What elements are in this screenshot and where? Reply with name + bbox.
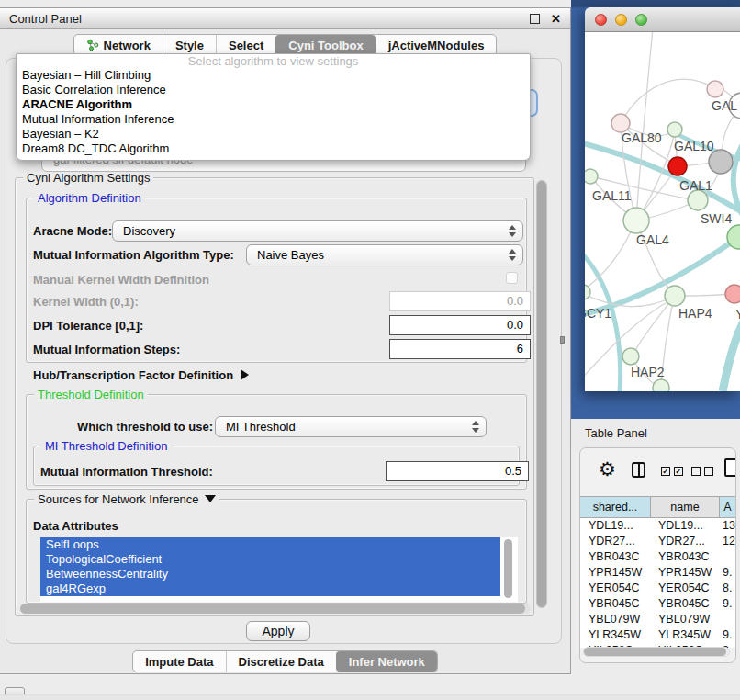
data-attribute-item[interactable]: SelfLoops: [40, 537, 500, 552]
table-cell: YBL079W: [580, 612, 651, 627]
hub-definition-expander[interactable]: Hub/Transcription Factor Definition: [33, 368, 249, 382]
network-node[interactable]: [725, 285, 740, 303]
data-attribute-item[interactable]: gal4RGexp: [40, 581, 500, 596]
table-row[interactable]: YBR043CYBR043C: [580, 549, 735, 565]
network-node[interactable]: [707, 81, 723, 97]
tab-label: Network: [104, 39, 151, 52]
threshold-definition-legend: Threshold Definition: [34, 388, 148, 401]
table-cell: 12: [720, 534, 735, 549]
table-horizontal-scrollbar[interactable]: [583, 647, 730, 657]
network-node[interactable]: [623, 208, 649, 233]
algorithm-dropdown-list: Select algorithm to view settings Bayesi…: [16, 53, 531, 161]
checked-box-icon: ✓: [674, 467, 683, 476]
close-panel-icon[interactable]: ✕: [551, 13, 561, 25]
tab-label: Impute Data: [145, 655, 213, 669]
table-row[interactable]: YDR27...YDR27...12: [580, 534, 735, 549]
mi-algorithm-type-combobox[interactable]: Naive Bayes: [246, 244, 523, 265]
control-panel-window: Control Panel ✕ NetworkStyleSelectCyni T…: [0, 7, 571, 674]
split-columns-icon[interactable]: [632, 462, 645, 478]
network-icon: [86, 39, 99, 51]
table-cell: YLR345W: [651, 627, 720, 643]
attributes-list-scrollbar[interactable]: [504, 539, 512, 598]
algorithm-option[interactable]: Bayesian – Hill Climbing: [17, 68, 530, 83]
node-label: GCY1: [585, 306, 611, 321]
split-pane-grip[interactable]: [560, 336, 565, 344]
settings-horizontal-scrollbar[interactable]: [20, 604, 531, 614]
column-header[interactable]: A: [720, 497, 735, 517]
tab-label: Discretize Data: [239, 655, 324, 669]
mi-algorithm-type-label: Mutual Information Algorithm Type:: [33, 248, 234, 262]
document-icon[interactable]: [724, 458, 736, 477]
tab-label: Style: [175, 39, 204, 52]
zoom-window-icon[interactable]: [635, 14, 647, 26]
which-threshold-combobox[interactable]: MI Threshold: [215, 416, 487, 437]
node-label: GAL11: [592, 188, 632, 203]
algorithm-option[interactable]: Basic Correlation Inference: [17, 83, 530, 97]
node-label: SWI4: [701, 211, 732, 226]
mi-algorithm-type-value: Naive Bayes: [257, 248, 324, 262]
sources-legend-expander[interactable]: Sources for Network Inference: [34, 492, 219, 506]
dpi-tolerance-field[interactable]: 0.0: [389, 315, 531, 335]
node-label: HAP4: [678, 306, 712, 321]
algorithm-option[interactable]: Mutual Information Inference: [17, 112, 530, 127]
table-cell: YBR045C: [651, 596, 720, 612]
algorithm-option[interactable]: Bayesian – K2: [17, 127, 530, 141]
table-cell: YPR145W: [580, 565, 651, 581]
tab-discretize-data[interactable]: Discretize Data: [226, 651, 336, 672]
table-row[interactable]: YBL079WYBL079W: [580, 612, 735, 627]
column-header[interactable]: shared...: [580, 497, 651, 517]
network-canvas[interactable]: GALGAL80GAL10GAL1GAL11SWI4GAL4GCY1HAP4YH…: [585, 32, 740, 391]
network-edge: [585, 251, 621, 391]
manual-kernel-width-checkbox[interactable]: [506, 272, 518, 284]
mi-steps-field[interactable]: 6: [389, 339, 531, 359]
tab-label: Select: [229, 39, 263, 52]
tab-infer-network[interactable]: Infer Network: [336, 651, 437, 672]
mi-threshold-field[interactable]: 0.5: [386, 461, 529, 481]
tab-select[interactable]: Select: [216, 35, 275, 55]
table-row[interactable]: YDL19...YDL19...13: [580, 518, 735, 534]
control-panel-title: Control Panel: [9, 12, 530, 26]
float-panel-icon[interactable]: [530, 14, 540, 24]
tab-cyni-toolbox[interactable]: Cyni Toolbox: [275, 35, 375, 55]
node-label: GAL80: [622, 130, 662, 145]
kernel-width-field[interactable]: 0.0: [389, 291, 531, 311]
data-attribute-item[interactable]: TopologicalCoefficient: [40, 552, 500, 567]
aracne-mode-value: Discovery: [123, 224, 175, 238]
table-cell: 8.: [720, 581, 735, 596]
network-node[interactable]: [688, 190, 708, 210]
minimize-window-icon[interactable]: [615, 14, 627, 26]
manual-kernel-width-label: Manual Kernel Width Definition: [33, 273, 209, 287]
table-cell: YDR27...: [651, 534, 720, 549]
table-cell: YDL19...: [651, 518, 720, 534]
network-node[interactable]: [667, 122, 682, 137]
select-all-columns-icon[interactable]: ✓ ✓: [661, 467, 683, 476]
aracne-mode-combobox[interactable]: Discovery: [112, 220, 523, 242]
which-threshold-value: MI Threshold: [226, 420, 296, 434]
table-row[interactable]: YPR145WYPR145W9.: [580, 565, 735, 581]
network-node[interactable]: [622, 348, 639, 365]
network-node[interactable]: [653, 379, 669, 391]
tab-impute-data[interactable]: Impute Data: [133, 651, 225, 672]
algorithm-option[interactable]: Dream8 DC_TDC Algorithm: [17, 141, 530, 156]
network-node[interactable]: [668, 157, 687, 175]
network-node[interactable]: [585, 169, 598, 184]
network-edge: [622, 79, 713, 121]
tab-jactivemnodules[interactable]: jActiveMNodules: [376, 35, 497, 55]
deselect-all-columns-icon[interactable]: [691, 467, 713, 476]
network-node[interactable]: [611, 114, 630, 132]
table-row[interactable]: YER054CYER054C8.: [580, 581, 735, 596]
algorithm-option[interactable]: ARACNE Algorithm: [17, 97, 530, 112]
data-attribute-item[interactable]: BetweennessCentrality: [40, 567, 500, 581]
network-node[interactable]: [665, 286, 685, 306]
table-row[interactable]: YBR045CYBR045C9.: [580, 596, 735, 612]
gear-icon[interactable]: ⚙: [599, 459, 616, 479]
tab-network[interactable]: Network: [74, 35, 163, 55]
close-window-icon[interactable]: [595, 14, 607, 26]
control-panel-titlebar: Control Panel ✕: [0, 8, 570, 29]
settings-vertical-scrollbar[interactable]: [536, 180, 547, 608]
network-window-titlebar[interactable]: [585, 7, 740, 32]
column-header[interactable]: name: [651, 497, 720, 517]
table-row[interactable]: YLR345WYLR345W9.: [580, 627, 735, 643]
apply-button[interactable]: Apply: [246, 621, 310, 641]
tab-style[interactable]: Style: [163, 35, 216, 55]
